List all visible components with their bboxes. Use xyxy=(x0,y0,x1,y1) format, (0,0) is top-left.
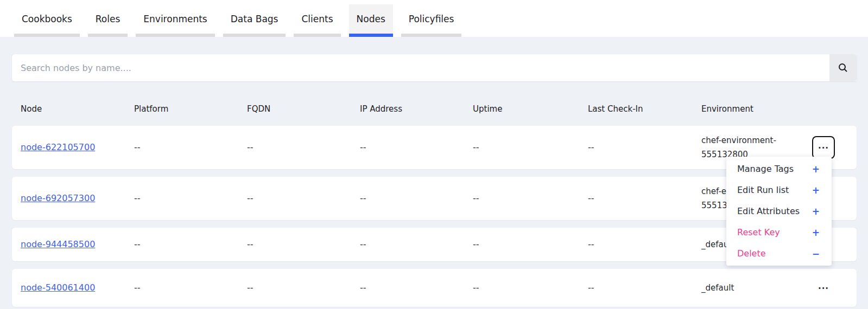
table-header: Node Platform FQDN IP Address Uptime Las… xyxy=(12,102,857,116)
menu-item-label: Edit Attributes xyxy=(737,206,800,216)
column-header-environment: Environment xyxy=(701,102,803,116)
column-header-node: Node xyxy=(21,102,134,116)
column-header-actions xyxy=(803,107,848,111)
row-actions: ... xyxy=(812,276,835,299)
uptime-cell: -- xyxy=(473,237,588,252)
tab-clients[interactable]: Clients xyxy=(294,4,340,37)
context-menu: Manage Tags + Edit Run list + Edit Attri… xyxy=(726,157,832,266)
menu-item-label: Delete xyxy=(737,248,766,259)
menu-item-manage-tags[interactable]: Manage Tags + xyxy=(726,158,832,179)
column-header-platform: Platform xyxy=(134,102,247,116)
minus-icon: − xyxy=(812,248,820,259)
tab-environments[interactable]: Environments xyxy=(136,4,214,37)
search-button[interactable] xyxy=(829,54,857,81)
platform-cell: -- xyxy=(134,140,247,154)
uptime-cell: -- xyxy=(473,281,588,295)
fqdn-cell: -- xyxy=(247,237,360,252)
ellipsis-icon: ... xyxy=(818,281,829,291)
column-header-uptime: Uptime xyxy=(473,102,588,116)
uptime-cell: -- xyxy=(473,191,588,205)
column-header-fqdn: FQDN xyxy=(247,102,360,116)
nodes-page: Cookbooks Roles Environments Data Bags C… xyxy=(0,0,868,309)
search-icon xyxy=(838,62,848,73)
uptime-cell: -- xyxy=(473,140,588,154)
search-bar xyxy=(12,54,857,81)
tab-roles[interactable]: Roles xyxy=(88,4,128,37)
search-input[interactable] xyxy=(12,54,829,81)
platform-cell: -- xyxy=(134,237,247,252)
menu-item-delete[interactable]: Delete − xyxy=(726,243,832,264)
menu-item-edit-attributes[interactable]: Edit Attributes + xyxy=(726,201,832,222)
row-actions: ... xyxy=(812,136,835,159)
node-link[interactable]: node-540061400 xyxy=(21,281,134,295)
node-link[interactable]: node-944458500 xyxy=(21,237,134,252)
tab-nodes[interactable]: Nodes xyxy=(349,4,393,37)
fqdn-cell: -- xyxy=(247,281,360,295)
platform-cell: -- xyxy=(134,191,247,205)
plus-icon: + xyxy=(812,206,820,217)
plus-icon: + xyxy=(812,185,820,196)
menu-item-label: Edit Run list xyxy=(737,185,789,195)
menu-item-label: Reset Key xyxy=(737,227,780,237)
ip-address-cell: -- xyxy=(360,140,473,154)
column-header-last-check-in: Last Check-In xyxy=(588,102,701,116)
ip-address-cell: -- xyxy=(360,281,473,295)
platform-cell: -- xyxy=(134,281,247,295)
last-check-in-cell: -- xyxy=(588,237,701,252)
last-check-in-cell: -- xyxy=(588,191,701,205)
environment-cell: _default xyxy=(701,281,803,295)
plus-icon: + xyxy=(812,164,820,175)
ellipsis-icon: ... xyxy=(818,141,829,151)
menu-item-edit-run-list[interactable]: Edit Run list + xyxy=(726,179,832,201)
ip-address-cell: -- xyxy=(360,237,473,252)
tab-data-bags[interactable]: Data Bags xyxy=(223,4,286,37)
last-check-in-cell: -- xyxy=(588,140,701,154)
node-link[interactable]: node-692057300 xyxy=(21,191,134,205)
column-header-ip-address: IP Address xyxy=(360,102,473,116)
plus-icon: + xyxy=(812,227,820,238)
ellipsis-menu-button[interactable]: ... xyxy=(812,136,835,159)
fqdn-cell: -- xyxy=(247,140,360,154)
table-row: node-540061400 -- -- -- -- -- _default .… xyxy=(12,269,857,307)
node-link[interactable]: node-622105700 xyxy=(21,140,134,154)
tab-cookbooks[interactable]: Cookbooks xyxy=(14,4,80,37)
menu-item-reset-key[interactable]: Reset Key + xyxy=(726,222,832,243)
fqdn-cell: -- xyxy=(247,191,360,205)
last-check-in-cell: -- xyxy=(588,281,701,295)
menu-item-label: Manage Tags xyxy=(737,164,794,174)
tab-bar: Cookbooks Roles Environments Data Bags C… xyxy=(0,0,868,37)
ellipsis-menu-button[interactable]: ... xyxy=(812,276,835,299)
ip-address-cell: -- xyxy=(360,191,473,205)
tab-policyfiles[interactable]: Policyfiles xyxy=(401,4,462,37)
